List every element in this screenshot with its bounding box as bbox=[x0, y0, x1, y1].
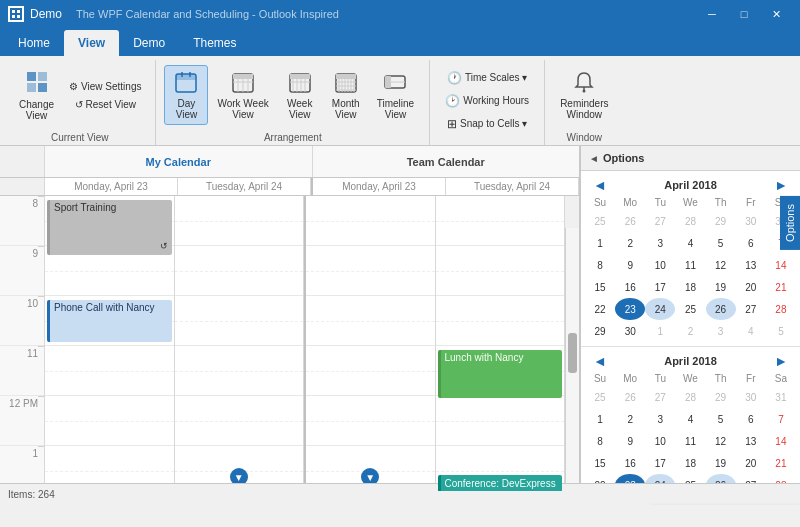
working-hours-button[interactable]: 🕑 Working Hours bbox=[438, 90, 536, 112]
cal2-day[interactable]: 4 bbox=[675, 408, 705, 430]
cal2-day[interactable]: 12 bbox=[706, 430, 736, 452]
team-cal-tuesday[interactable]: Lunch with Nancy Conference: DevExpressM… bbox=[436, 196, 566, 491]
cal-day[interactable]: 5 bbox=[766, 320, 796, 342]
cal-day-selected[interactable]: 24 bbox=[645, 298, 675, 320]
time-scales-button[interactable]: 🕐 Time Scales ▾ bbox=[438, 67, 536, 89]
cal-day[interactable]: 20 bbox=[736, 276, 766, 298]
reset-view-button[interactable]: ↺ Reset View bbox=[63, 96, 147, 113]
tab-home[interactable]: Home bbox=[4, 30, 64, 56]
day-view-button[interactable]: DayView bbox=[164, 65, 208, 125]
tab-demo[interactable]: Demo bbox=[119, 30, 179, 56]
view-settings-button[interactable]: ⚙ View Settings bbox=[63, 78, 147, 95]
mini-cal2-next[interactable]: ► bbox=[770, 353, 792, 369]
cal-day[interactable]: 13 bbox=[736, 254, 766, 276]
cal-day-today[interactable]: 23 bbox=[615, 298, 645, 320]
work-week-button[interactable]: Work WeekView bbox=[210, 65, 275, 125]
cal2-day[interactable]: 6 bbox=[736, 408, 766, 430]
cal-day[interactable]: 8 bbox=[585, 254, 615, 276]
cal2-day[interactable]: 27 bbox=[645, 386, 675, 408]
minimize-button[interactable]: ─ bbox=[696, 0, 728, 28]
cal-day[interactable]: 11 bbox=[675, 254, 705, 276]
cal-day[interactable]: 29 bbox=[706, 210, 736, 232]
cal-day[interactable]: 19 bbox=[706, 276, 736, 298]
cal2-day[interactable]: 18 bbox=[675, 452, 705, 474]
cal-day[interactable]: 30 bbox=[736, 210, 766, 232]
cal2-day[interactable]: 19 bbox=[706, 452, 736, 474]
cal-day[interactable]: 14 bbox=[766, 254, 796, 276]
cal-day[interactable]: 29 bbox=[585, 320, 615, 342]
cal-day[interactable]: 28 bbox=[766, 298, 796, 320]
cal-day[interactable]: 21 bbox=[766, 276, 796, 298]
cal-day[interactable]: 6 bbox=[736, 232, 766, 254]
reminders-button[interactable]: RemindersWindow bbox=[553, 65, 615, 125]
cal2-day[interactable]: 10 bbox=[645, 430, 675, 452]
cal2-day[interactable]: 28 bbox=[675, 386, 705, 408]
cal-day[interactable]: 4 bbox=[736, 320, 766, 342]
cal2-day[interactable]: 17 bbox=[645, 452, 675, 474]
tab-themes[interactable]: Themes bbox=[179, 30, 250, 56]
cal2-day[interactable]: 16 bbox=[615, 452, 645, 474]
cal2-day[interactable]: 30 bbox=[736, 386, 766, 408]
cell-11[interactable] bbox=[45, 346, 174, 396]
cal-day[interactable]: 3 bbox=[645, 232, 675, 254]
cal-day[interactable]: 4 bbox=[675, 232, 705, 254]
cal2-day[interactable]: 20 bbox=[736, 452, 766, 474]
cal2-day[interactable]: 11 bbox=[675, 430, 705, 452]
close-button[interactable]: ✕ bbox=[760, 0, 792, 28]
cal2-day[interactable]: 26 bbox=[615, 386, 645, 408]
cal-day[interactable]: 15 bbox=[585, 276, 615, 298]
cal-day[interactable]: 5 bbox=[706, 232, 736, 254]
cal-day[interactable]: 12 bbox=[706, 254, 736, 276]
mini-cal2-prev[interactable]: ◄ bbox=[589, 353, 611, 369]
cal-day-selected[interactable]: 26 bbox=[706, 298, 736, 320]
options-header[interactable]: ◄ Options bbox=[581, 146, 800, 171]
cal2-day[interactable]: 1 bbox=[585, 408, 615, 430]
cal-day[interactable]: 25 bbox=[675, 298, 705, 320]
cal-day[interactable]: 3 bbox=[706, 320, 736, 342]
team-cal-monday[interactable]: ▼ bbox=[304, 196, 436, 491]
cal-day[interactable]: 25 bbox=[585, 210, 615, 232]
week-button[interactable]: WeekView bbox=[278, 65, 322, 125]
tab-view[interactable]: View bbox=[64, 30, 119, 56]
cal-day[interactable]: 27 bbox=[736, 298, 766, 320]
cal2-day[interactable]: 7 bbox=[766, 408, 796, 430]
cal2-day[interactable]: 13 bbox=[736, 430, 766, 452]
month-button[interactable]: MonthView bbox=[324, 65, 368, 125]
cell-12[interactable] bbox=[45, 396, 174, 446]
cal2-day[interactable]: 21 bbox=[766, 452, 796, 474]
options-side-tab[interactable]: Options bbox=[780, 196, 800, 250]
mini-cal-next[interactable]: ► bbox=[770, 177, 792, 193]
my-cal-monday[interactable]: Sport Training ↺ Phone Call with Nancy bbox=[45, 196, 175, 491]
cal-day[interactable]: 16 bbox=[615, 276, 645, 298]
mini-cal-prev[interactable]: ◄ bbox=[589, 177, 611, 193]
cal-day[interactable]: 27 bbox=[645, 210, 675, 232]
cal-day[interactable]: 2 bbox=[615, 232, 645, 254]
cal2-day[interactable]: 2 bbox=[615, 408, 645, 430]
cal2-day[interactable]: 31 bbox=[766, 386, 796, 408]
snap-to-cells-button[interactable]: ⊞ Snap to Cells ▾ bbox=[438, 113, 536, 135]
my-cal-tuesday[interactable]: ▼ bbox=[175, 196, 305, 491]
cal-day[interactable]: 9 bbox=[615, 254, 645, 276]
cal-day[interactable]: 28 bbox=[675, 210, 705, 232]
cal2-day[interactable]: 9 bbox=[615, 430, 645, 452]
event-lunch-nancy[interactable]: Lunch with Nancy bbox=[438, 350, 563, 398]
cal2-day[interactable]: 25 bbox=[585, 386, 615, 408]
cal2-day[interactable]: 29 bbox=[706, 386, 736, 408]
cal2-day[interactable]: 15 bbox=[585, 452, 615, 474]
vertical-scrollbar[interactable] bbox=[565, 228, 579, 491]
window-controls[interactable]: ─ □ ✕ bbox=[696, 0, 792, 28]
cal-day[interactable]: 2 bbox=[675, 320, 705, 342]
event-phone-call[interactable]: Phone Call with Nancy bbox=[47, 300, 172, 342]
cal2-day[interactable]: 3 bbox=[645, 408, 675, 430]
cal-day[interactable]: 18 bbox=[675, 276, 705, 298]
cal-day[interactable]: 17 bbox=[645, 276, 675, 298]
change-view-button[interactable]: ChangeView bbox=[12, 65, 61, 125]
cal-day[interactable]: 1 bbox=[585, 232, 615, 254]
cal2-day[interactable]: 5 bbox=[706, 408, 736, 430]
cal-day[interactable]: 1 bbox=[645, 320, 675, 342]
cal-day[interactable]: 22 bbox=[585, 298, 615, 320]
cal-day[interactable]: 10 bbox=[645, 254, 675, 276]
time-grid[interactable]: 8 9 10 11 12 PM 1 2 3 bbox=[0, 196, 579, 491]
cal2-day[interactable]: 14 bbox=[766, 430, 796, 452]
cal-day[interactable]: 26 bbox=[615, 210, 645, 232]
